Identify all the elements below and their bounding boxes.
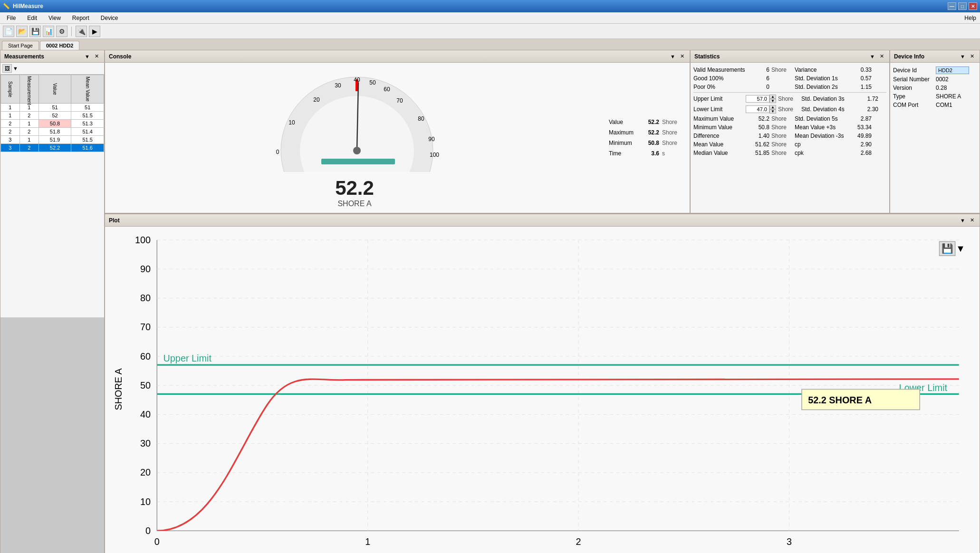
console-close[interactable]: ✕: [679, 53, 686, 59]
stats-label: Good 100%: [693, 75, 746, 82]
gauge-center: [353, 147, 361, 154]
stats-value2: 2.90: [848, 141, 872, 148]
col-value: Value: [38, 75, 71, 104]
spinner-input-4[interactable]: [746, 105, 769, 113]
title-bar: 📏 HilMeasure — □ ✕: [0, 0, 980, 12]
console-title: Console: [109, 53, 131, 60]
plot-content: 100 90 80 70 60 50 40 30 20 10 0 0 1 2: [105, 227, 980, 553]
stats-label2: cp: [791, 141, 848, 148]
gauge-label-50: 50: [369, 79, 376, 86]
table-row: 3: [1, 136, 20, 144]
statistics-dropdown[interactable]: ▼: [868, 54, 876, 59]
reading-value: 3.6: [640, 150, 659, 157]
close-button[interactable]: ✕: [969, 2, 977, 10]
new-button[interactable]: 📄: [3, 26, 14, 37]
minimize-button[interactable]: —: [948, 2, 956, 10]
reading-label: Maximum: [609, 129, 637, 136]
measurements-dropdown[interactable]: ▼: [83, 54, 91, 59]
table-row: 2: [1, 128, 20, 136]
measurements-table: Sample Measurement Value Mean Value 1151…: [0, 75, 104, 317]
y-20: 20: [140, 467, 151, 477]
stats-row: Upper Limit ▲▼ ShoreStd. Deviation 3s 1.…: [693, 94, 886, 104]
menu-file[interactable]: File: [4, 14, 19, 22]
stats-label: Maximum Value: [693, 115, 746, 122]
gauge-label-30: 30: [335, 82, 341, 89]
save-button[interactable]: 💾: [29, 26, 41, 37]
reading-unit: Shore: [662, 129, 677, 136]
y-30: 30: [140, 438, 151, 448]
device-id-input[interactable]: [936, 67, 969, 74]
plot-dropdown[interactable]: ▼: [959, 218, 967, 223]
stats-label: Mean Value: [693, 141, 746, 148]
measurements-arrow[interactable]: ▼: [12, 66, 19, 71]
statistics-close[interactable]: ✕: [878, 53, 885, 59]
device-value: 0.28: [936, 85, 977, 91]
tab-startpage[interactable]: Start Page: [2, 41, 39, 50]
measurements-close[interactable]: ✕: [93, 53, 100, 59]
table-row: 1: [1, 112, 20, 120]
measurements-tool[interactable]: 🖼: [2, 64, 12, 73]
menu-view[interactable]: View: [46, 14, 64, 22]
menu-edit[interactable]: Edit: [24, 14, 40, 22]
gauge-unit: SHORE A: [337, 200, 371, 208]
stats-row: Poor 0% 0 Std. Deviation 2s 1.15: [693, 83, 886, 91]
reading-label: Minimum: [609, 140, 637, 146]
spinner-input-3[interactable]: [746, 95, 769, 103]
reading-unit: Shore: [662, 119, 677, 125]
spinner-down-3[interactable]: ▼: [769, 99, 776, 103]
plot-close[interactable]: ✕: [969, 217, 976, 223]
connect-button[interactable]: 🔌: [76, 26, 87, 37]
statistics-panel: Statistics ▼ ✕ Valid Measurements 6 Shor…: [690, 50, 890, 213]
console-dropdown[interactable]: ▼: [669, 54, 677, 59]
stats-value2: 0.57: [848, 75, 872, 82]
stats-label2: Std. Deviation 1s: [791, 75, 848, 82]
spinner-up-4[interactable]: ▲: [769, 105, 776, 109]
settings-button[interactable]: ⚙: [56, 26, 67, 37]
device-dropdown[interactable]: ▼: [959, 54, 967, 59]
chart-button[interactable]: 📊: [43, 26, 54, 37]
stats-row: Maximum Value 52.2 ShoreStd. Deviation 5…: [693, 114, 886, 123]
gauge-label-60: 60: [384, 86, 390, 93]
maximize-button[interactable]: □: [958, 2, 967, 10]
reading-value: 50.8: [640, 140, 659, 146]
stats-label2: Std. Deviation 5s: [791, 115, 848, 122]
statistics-content: Valid Measurements 6 ShoreVariance 0.33G…: [691, 63, 889, 213]
upper-limit-label: Upper Limit: [163, 353, 212, 363]
menu-help[interactable]: Help: [964, 15, 976, 21]
stats-label: Difference: [693, 133, 746, 139]
spinner-down-4[interactable]: ▼: [769, 109, 776, 114]
stats-value2: 0.33: [848, 67, 872, 73]
y-90: 90: [140, 264, 151, 274]
tab-hdd2[interactable]: 0002 HDD2: [40, 41, 79, 50]
app-icon: 📏: [3, 3, 10, 10]
menu-device[interactable]: Device: [98, 14, 121, 22]
stats-unit: Shore: [769, 150, 791, 156]
gauge-label-90: 90: [428, 136, 435, 143]
reading-unit: s: [662, 150, 665, 157]
stats-row: Median Value 51.85 Shorecpk 2.68: [693, 149, 886, 157]
stats-row: Valid Measurements 6 ShoreVariance 0.33: [693, 66, 886, 74]
console-panel: Console ▼ ✕: [105, 50, 690, 213]
measurements-empty: [0, 317, 104, 553]
stats-row: Good 100% 6 Std. Deviation 1s 0.57: [693, 74, 886, 83]
device-close[interactable]: ✕: [969, 53, 976, 59]
reading-row: Minimum 50.8 Shore: [609, 140, 685, 146]
console-header: Console ▼ ✕: [105, 50, 690, 63]
y-40: 40: [140, 409, 151, 420]
run-button[interactable]: ▶: [89, 26, 100, 37]
gauge-label-20: 20: [313, 96, 320, 103]
main-area: Measurements ▼ ✕ 🖼 ▼ Sample Measurement …: [0, 50, 980, 553]
measurements-header: Measurements ▼ ✕: [0, 50, 104, 63]
stats-value: 6: [746, 67, 769, 73]
y-70: 70: [140, 322, 151, 332]
y-60: 60: [140, 351, 151, 362]
tab-bar: Start Page 0002 HDD2: [0, 39, 980, 50]
y-100: 100: [135, 235, 151, 245]
x-3: 3: [787, 536, 792, 547]
open-button[interactable]: 📂: [16, 26, 28, 37]
menu-report[interactable]: Report: [69, 14, 92, 22]
gauge-area: 0 10 20 30 40 50 60 70 80 90 100: [105, 63, 690, 213]
spinner-up-3[interactable]: ▲: [769, 95, 776, 99]
statistics-header: Statistics ▼ ✕: [691, 50, 889, 63]
stats-label: Median Value: [693, 150, 746, 156]
